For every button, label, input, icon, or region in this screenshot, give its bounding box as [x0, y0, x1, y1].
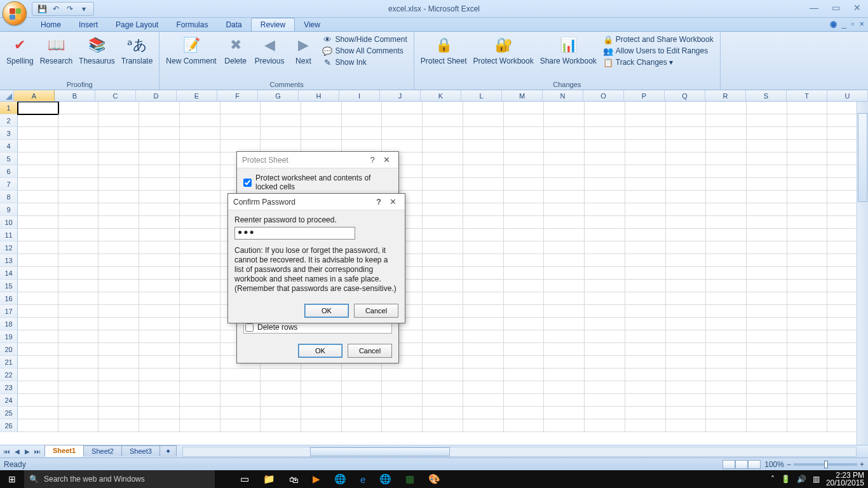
paint-icon[interactable]: 🎨 [428, 473, 440, 485]
cell[interactable] [18, 165, 58, 178]
protect-sheet-cancel-button[interactable]: Cancel [348, 344, 392, 358]
cell[interactable] [504, 330, 545, 343]
chrome-icon-2[interactable]: 🌐 [379, 473, 391, 485]
cell[interactable] [706, 280, 747, 292]
row-header-15[interactable]: 15 [0, 280, 18, 292]
cell[interactable] [504, 102, 545, 114]
cell[interactable] [58, 330, 99, 343]
cell[interactable] [544, 203, 585, 216]
cell[interactable] [18, 254, 58, 267]
cell[interactable] [423, 369, 463, 381]
cell[interactable] [18, 330, 58, 343]
cell[interactable] [625, 381, 666, 394]
cell[interactable] [504, 280, 545, 292]
cell[interactable] [98, 127, 139, 140]
share-workbook-button[interactable]: 📊Share Workbook [538, 33, 599, 67]
cell[interactable] [139, 369, 180, 381]
cell[interactable] [787, 152, 828, 165]
cell[interactable] [747, 127, 787, 140]
cell[interactable] [504, 114, 545, 127]
cell[interactable] [625, 127, 666, 140]
cell[interactable] [463, 241, 504, 254]
cell[interactable] [342, 381, 383, 394]
edge-icon[interactable]: e [360, 474, 365, 485]
cell[interactable] [666, 280, 707, 292]
cell[interactable] [180, 394, 220, 407]
tab-data[interactable]: Data [217, 18, 250, 31]
cell[interactable] [301, 114, 342, 127]
cell[interactable] [261, 394, 301, 407]
cell[interactable] [585, 381, 625, 394]
cell[interactable] [58, 369, 99, 381]
col-header-R[interactable]: R [705, 90, 746, 101]
cell[interactable] [706, 165, 747, 178]
cell[interactable] [261, 140, 301, 152]
cell[interactable] [98, 203, 139, 216]
row-header-21[interactable]: 21 [0, 356, 18, 369]
sheet-nav-prev-icon[interactable]: ◀ [13, 448, 22, 455]
cell[interactable] [58, 178, 99, 191]
office-button[interactable] [3, 1, 27, 25]
confirm-password-cancel-button[interactable]: Cancel [354, 304, 398, 318]
row-header-3[interactable]: 3 [0, 127, 18, 140]
cell[interactable] [58, 152, 99, 165]
cell[interactable] [544, 254, 585, 267]
cell[interactable] [18, 407, 58, 419]
cell[interactable] [261, 407, 301, 419]
cell[interactable] [585, 407, 625, 419]
save-icon[interactable]: 💾 [36, 3, 48, 15]
cell[interactable] [504, 381, 545, 394]
cell[interactable] [504, 241, 545, 254]
cell[interactable] [342, 127, 383, 140]
cell[interactable] [18, 356, 58, 369]
cell[interactable] [180, 369, 220, 381]
cell[interactable] [139, 419, 180, 432]
show-all-comments-button[interactable]: 💬Show All Comments [322, 46, 407, 56]
cell[interactable] [706, 191, 747, 203]
cell[interactable] [342, 102, 383, 114]
cell[interactable] [139, 203, 180, 216]
cell[interactable] [423, 178, 463, 191]
cell[interactable] [180, 178, 220, 191]
cell[interactable] [585, 254, 625, 267]
row-header-11[interactable]: 11 [0, 229, 18, 241]
cell[interactable] [98, 305, 139, 318]
cell[interactable] [504, 343, 545, 356]
cell[interactable] [463, 419, 504, 432]
cell[interactable] [747, 318, 787, 330]
cell[interactable] [139, 356, 180, 369]
cell[interactable] [544, 241, 585, 254]
cell[interactable] [180, 292, 220, 305]
cell[interactable] [423, 191, 463, 203]
cell[interactable] [504, 165, 545, 178]
cell[interactable] [139, 191, 180, 203]
cell[interactable] [625, 203, 666, 216]
row-header-23[interactable]: 23 [0, 381, 18, 394]
cell[interactable] [544, 152, 585, 165]
row-header-14[interactable]: 14 [0, 267, 18, 280]
cell[interactable] [98, 356, 139, 369]
cell[interactable] [180, 330, 220, 343]
cell[interactable] [463, 407, 504, 419]
translate-button[interactable]: ᵃあTranslate [119, 33, 156, 67]
cell[interactable] [706, 152, 747, 165]
network-icon[interactable]: ▥ [813, 475, 820, 484]
cell[interactable] [382, 369, 423, 381]
cell[interactable] [747, 191, 787, 203]
cell[interactable] [180, 318, 220, 330]
row-header-4[interactable]: 4 [0, 140, 18, 152]
cell[interactable] [747, 165, 787, 178]
col-header-S[interactable]: S [746, 90, 787, 101]
tab-page-layout[interactable]: Page Layout [107, 18, 167, 31]
sheet-nav-next-icon[interactable]: ▶ [23, 448, 32, 455]
cell[interactable] [139, 305, 180, 318]
cell[interactable] [139, 152, 180, 165]
taskbar-search[interactable]: 🔍 Search the web and Windows [24, 470, 215, 488]
protect-sheet-help-icon[interactable]: ? [365, 155, 379, 165]
cell[interactable] [58, 356, 99, 369]
cell[interactable] [18, 203, 58, 216]
cell[interactable] [747, 381, 787, 394]
cell[interactable] [423, 330, 463, 343]
cell[interactable] [58, 292, 99, 305]
cell[interactable] [747, 203, 787, 216]
